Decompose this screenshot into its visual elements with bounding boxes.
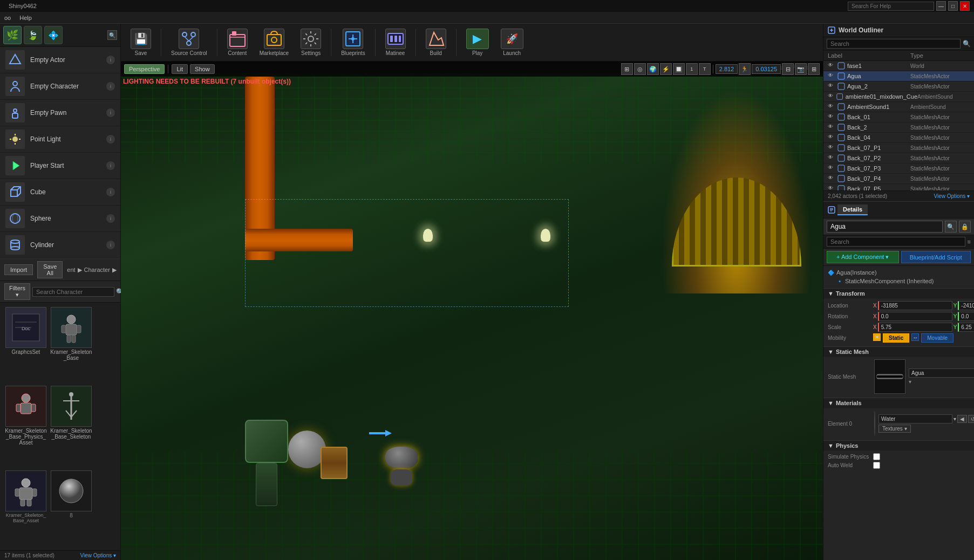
vp-layout-btn[interactable]: ⊞ [808, 63, 820, 75]
mode-icon-3[interactable]: 💠 [44, 26, 63, 44]
blueprint-add-script-button[interactable]: Blueprint/Add Script [901, 251, 971, 263]
placement-item-cube[interactable]: Cube i [0, 179, 120, 206]
cb-item-graphcsset[interactable]: Doc GraphcsSet [4, 307, 47, 384]
scale-y-input[interactable] [958, 323, 974, 332]
placement-item-cylinder[interactable]: Cylinder i [0, 232, 120, 258]
play-tool-btn[interactable]: ▶ Play [462, 26, 493, 58]
cylinder-info-btn[interactable]: i [106, 241, 115, 249]
close-button[interactable]: ✕ [960, 1, 970, 11]
point-light-info-btn[interactable]: i [106, 135, 115, 144]
vp-icon-btn-7[interactable]: T [699, 63, 711, 75]
location-y-input[interactable] [958, 301, 974, 310]
mat-reload-btn[interactable]: ↺ [968, 415, 974, 423]
scale-x-input[interactable] [878, 323, 952, 332]
vp-icon-btn-3[interactable]: 🌍 [647, 63, 659, 75]
wo-item-ambientsound1[interactable]: 👁 AmbientSound1 AmbientSound [823, 102, 974, 112]
empty-actor-info-btn[interactable]: i [106, 56, 115, 64]
movable-mobility-btn[interactable]: Movable [921, 333, 953, 343]
wo-item-agua[interactable]: 👁 Agua StaticMeshActor [823, 71, 974, 81]
physics-section-header[interactable]: ▼ Physics [823, 440, 974, 451]
matinee-tool-btn[interactable]: Matinee [381, 26, 410, 58]
mode-icon-1[interactable]: 🌿 [3, 26, 22, 44]
empty-pawn-info-btn[interactable]: i [106, 108, 115, 117]
vp-icon-btn-2[interactable]: ◎ [634, 63, 646, 75]
player-start-info-btn[interactable]: i [106, 161, 115, 170]
mode-icon-2[interactable]: 🍃 [24, 26, 42, 44]
tab-details[interactable]: Details [837, 204, 868, 215]
cb-item-kramer-skeleton-base[interactable]: Kramer_Skeleton_Base [50, 307, 93, 384]
help-search-input[interactable] [848, 2, 934, 11]
static-mobility-btn[interactable]: Static [883, 333, 909, 343]
wo-item-back_07_p2[interactable]: 👁 Back_07_P2 StaticMeshActor [823, 153, 974, 163]
wo-item-back_04[interactable]: 👁 Back_04 StaticMeshActor [823, 133, 974, 143]
cb-search-input[interactable] [32, 287, 114, 297]
placement-item-empty-character[interactable]: Empty Character i [0, 73, 120, 100]
auto-weld-checkbox[interactable] [873, 462, 880, 469]
cb-item-kramer-physics[interactable]: Kramer_Skeleton_Base_Physics_Asset [4, 386, 47, 468]
static-mesh-section-header[interactable]: ▼ Static Mesh [823, 346, 974, 357]
save-tool-btn[interactable]: 💾 Save [126, 26, 155, 58]
empty-character-info-btn[interactable]: i [106, 82, 115, 91]
wo-search-icon[interactable]: 🔍 [963, 40, 971, 47]
placement-item-player-start[interactable]: Player Start i [0, 153, 120, 179]
rotation-y-input[interactable] [958, 312, 974, 321]
textures-btn[interactable]: Textures ▾ [878, 425, 911, 433]
cb-item-kramer-skeleton[interactable]: Kramer_Skeleton_Base_Skeleton [50, 386, 93, 468]
perspective-btn[interactable]: Perspective [124, 64, 165, 74]
location-x-input[interactable] [878, 301, 952, 310]
transform-section-header[interactable]: ▼ Transform [823, 288, 974, 299]
launch-tool-btn[interactable]: 🚀 Launch [496, 26, 528, 58]
cb-item-5[interactable]: Kramer_Skeleton_Base_Asset [4, 470, 47, 546]
cb-item-6[interactable]: 8 [50, 470, 93, 546]
content-tool-btn[interactable]: Content [223, 26, 252, 58]
minimize-button[interactable]: — [936, 1, 946, 11]
search-toggle-btn[interactable]: 🔍 [107, 30, 117, 40]
wo-search-input[interactable] [827, 39, 961, 49]
details-lock-btn[interactable]: 🔒 [959, 221, 971, 233]
show-btn[interactable]: Show [190, 64, 215, 74]
marketplace-tool-btn[interactable]: Marketplace [255, 26, 293, 58]
wo-item-back_2[interactable]: 👁 Back_2 StaticMeshActor [823, 122, 974, 133]
wo-item-agua_2[interactable]: 👁 Agua_2 StaticMeshActor [823, 81, 974, 92]
save-all-button[interactable]: Save All [37, 261, 63, 278]
vp-camera-btn[interactable]: 📷 [795, 63, 807, 75]
wo-item-ambiente01_mixdown_cue[interactable]: 👁 ambiente01_mixdown_Cue AmbientSound [823, 92, 974, 102]
menu-item-oo[interactable]: oo [4, 15, 11, 21]
wo-item-back_07_p4[interactable]: 👁 Back_07_P4 StaticMeshActor [823, 174, 974, 184]
import-button[interactable]: Import [4, 264, 33, 275]
materials-section-header[interactable]: ▼ Materials [823, 398, 974, 408]
wo-view-options-btn[interactable]: View Options ▾ [934, 193, 970, 199]
filter-button[interactable]: Filters ▾ [4, 283, 30, 300]
details-search-input[interactable] [827, 237, 965, 247]
wo-item-fase1[interactable]: 👁 fase1 World [823, 61, 974, 71]
blueprints-tool-btn[interactable]: Blueprints [337, 26, 369, 58]
cube-info-btn[interactable]: i [106, 188, 115, 196]
menu-item-help[interactable]: Help [19, 15, 32, 21]
placement-item-point-light[interactable]: Point Light i [0, 126, 120, 153]
material-select-input[interactable] [878, 414, 952, 424]
build-tool-btn[interactable]: Build [421, 26, 451, 58]
breadcrumb-item-1[interactable]: ent [67, 267, 75, 273]
vp-speed-btn[interactable]: 🏃 [739, 63, 751, 75]
details-name-input[interactable] [827, 221, 943, 233]
details-search-btn[interactable]: 🔍 [945, 221, 957, 233]
wo-item-back_07_p3[interactable]: 👁 Back_07_P3 StaticMeshActor [823, 163, 974, 174]
settings-tool-btn[interactable]: Settings [296, 26, 325, 58]
cb-view-options-btn[interactable]: View Options ▾ [80, 552, 116, 558]
wo-item-back_07_p1[interactable]: 👁 Back_07_P1 StaticMeshActor [823, 143, 974, 153]
maximize-button[interactable]: □ [948, 1, 958, 11]
sphere-info-btn[interactable]: i [106, 214, 115, 223]
mat-browse-btn[interactable]: ◀ [957, 415, 967, 423]
breadcrumb-item-2[interactable]: Character [84, 267, 110, 273]
viewport[interactable]: Perspective Lit Show ⊞ ◎ 🌍 ⚡ 🔲 1 T 2.812… [121, 62, 823, 560]
details-list-view-btn[interactable]: ≡ [968, 238, 971, 245]
vp-icon-btn-1[interactable]: ⊞ [621, 63, 633, 75]
placement-item-empty-actor[interactable]: Empty Actor i [0, 47, 120, 73]
wo-item-back_01[interactable]: 👁 Back_01 StaticMeshActor [823, 112, 974, 122]
vp-icon-btn-5[interactable]: 🔲 [673, 63, 685, 75]
placement-item-sphere[interactable]: Sphere i [0, 206, 120, 232]
mesh-select-input[interactable] [909, 368, 974, 378]
lit-btn[interactable]: Lit [172, 64, 188, 74]
vp-icon-btn-6[interactable]: 1 [686, 63, 698, 75]
source-control-tool-btn[interactable]: Source Control [167, 26, 212, 58]
